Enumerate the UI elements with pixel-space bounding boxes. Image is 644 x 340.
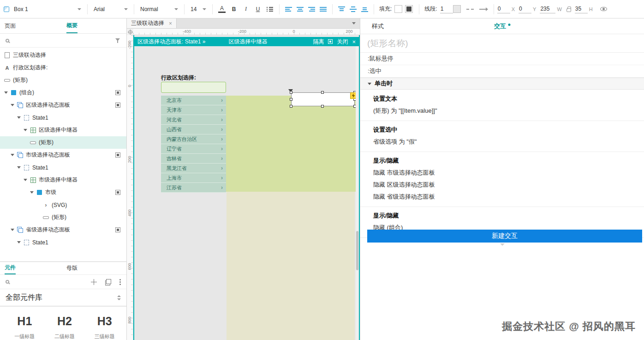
- tab-components[interactable]: 元件: [5, 262, 16, 274]
- align-left-icon[interactable]: [285, 6, 292, 12]
- collapse-caret-icon[interactable]: [368, 83, 371, 85]
- valign-bottom-icon[interactable]: [361, 6, 368, 12]
- widget-library-item[interactable]: H1 一级标题: [5, 315, 45, 340]
- library-search-icon[interactable]: [6, 280, 9, 284]
- province-list-item[interactable]: 上海市: [161, 173, 226, 183]
- isolation-title[interactable]: 区级选择动态面板: State1 »: [137, 38, 205, 46]
- province-list-item[interactable]: 北京市: [161, 96, 226, 105]
- close-tab-icon[interactable]: [169, 20, 172, 27]
- expand-arrow-icon[interactable]: [9, 104, 16, 106]
- document-tab[interactable]: 三级联动选择: [127, 18, 177, 28]
- tree-item[interactable]: (SVG): [0, 199, 126, 211]
- width-input[interactable]: [540, 5, 555, 13]
- tree-item[interactable]: 市级选择动态面板: [0, 149, 126, 161]
- valign-top-icon[interactable]: [338, 6, 345, 12]
- selection-handle[interactable]: [290, 91, 292, 94]
- y-position-input[interactable]: [519, 5, 531, 13]
- isolation-breadcrumb[interactable]: 区级选择中继器: [228, 38, 267, 46]
- tree-item[interactable]: 三级联动选择: [0, 49, 126, 61]
- province-list-item[interactable]: 山西省: [161, 125, 226, 134]
- bold-button[interactable]: B: [228, 6, 240, 12]
- region-label-widget[interactable]: 行政区划选择:: [161, 74, 196, 82]
- province-list-item[interactable]: 河北省: [161, 115, 226, 125]
- expand-arrow-icon[interactable]: [3, 91, 9, 94]
- expand-arrow-icon[interactable]: [9, 154, 16, 156]
- widget-style-dropdown[interactable]: Box 1: [11, 3, 84, 15]
- valign-middle-icon[interactable]: [350, 6, 357, 12]
- font-weight-dropdown[interactable]: Normal: [137, 3, 181, 15]
- selection-handle[interactable]: [321, 105, 324, 108]
- expand-arrow-icon[interactable]: [16, 116, 22, 119]
- tab-masters[interactable]: 母版: [66, 262, 78, 274]
- expand-arrow-icon[interactable]: [16, 241, 22, 243]
- close-isolation-button[interactable]: 关闭: [337, 38, 348, 46]
- tree-item[interactable]: State1: [0, 161, 126, 174]
- tree-item[interactable]: 行政区划选择:: [0, 61, 126, 74]
- new-interaction-button[interactable]: 新建交互: [367, 230, 642, 243]
- x-position-input[interactable]: [497, 5, 510, 13]
- toggle-visibility-icon[interactable]: [115, 103, 120, 108]
- tree-item[interactable]: (矩形): [0, 136, 126, 149]
- line-color-swatch[interactable]: [453, 5, 461, 13]
- font-size-dropdown[interactable]: 14: [188, 3, 209, 15]
- tab-pages[interactable]: 页面: [5, 18, 16, 33]
- add-library-icon[interactable]: [91, 279, 97, 285]
- spinner-chevrons-icon[interactable]: [117, 295, 121, 300]
- isolate-button[interactable]: 隔离: [313, 38, 324, 46]
- visibility-eye-icon[interactable]: [600, 7, 607, 11]
- province-list-item[interactable]: 黑龙江省: [161, 164, 226, 173]
- province-list-item[interactable]: 辽宁省: [161, 144, 226, 154]
- font-color-button[interactable]: A: [218, 5, 226, 13]
- toggle-visibility-icon[interactable]: [115, 190, 120, 195]
- lock-ratio-icon[interactable]: [566, 8, 571, 12]
- expand-arrow-icon[interactable]: [16, 166, 22, 169]
- close-isolation-x-icon[interactable]: [352, 38, 356, 45]
- tree-item[interactable]: 市级: [0, 186, 126, 199]
- tree-item[interactable]: (矩形): [0, 211, 126, 224]
- expand-arrow-icon[interactable]: [22, 129, 29, 131]
- province-list-item[interactable]: 吉林省: [161, 154, 226, 164]
- underline-button[interactable]: U: [252, 6, 264, 12]
- selection-handle[interactable]: [321, 91, 324, 94]
- tab-list-caret-icon[interactable]: [352, 22, 356, 24]
- tree-item[interactable]: (组合): [0, 86, 126, 99]
- more-options-icon[interactable]: [119, 279, 121, 280]
- tree-item[interactable]: 省级选择动态面板: [0, 224, 126, 236]
- province-list-item[interactable]: 内蒙古自治区: [161, 134, 226, 144]
- italic-button[interactable]: I: [240, 6, 252, 12]
- interaction-state-row[interactable]: :选中: [360, 65, 644, 78]
- selection-handle[interactable]: [290, 98, 292, 101]
- expand-arrow-icon[interactable]: [29, 191, 35, 194]
- action-row[interactable]: 设置选中: [360, 124, 644, 136]
- province-panel-widget[interactable]: [227, 192, 355, 340]
- widget-library-item[interactable]: H3 三级标题: [84, 315, 125, 340]
- toggle-visibility-icon[interactable]: [115, 90, 120, 95]
- tree-item[interactable]: State1: [0, 236, 126, 249]
- font-family-dropdown[interactable]: Arial: [91, 3, 131, 15]
- province-list-item[interactable]: 天津市: [161, 105, 226, 115]
- expand-arrow-icon[interactable]: [9, 229, 16, 231]
- widget-name-input[interactable]: [367, 38, 616, 49]
- action-row[interactable]: 隐藏 省级选择动态面板: [360, 191, 644, 207]
- bullet-list-icon[interactable]: [267, 6, 273, 12]
- action-row[interactable]: 隐藏 市级选择动态面板: [360, 167, 644, 179]
- stage-body[interactable]: 行政区划选择: 北京市 天津市 河北省 山西省: [134, 46, 359, 340]
- region-input-widget[interactable]: [161, 82, 226, 93]
- tree-item[interactable]: (矩形): [0, 74, 126, 86]
- align-justify-icon[interactable]: [320, 6, 327, 12]
- line-weight-input[interactable]: [440, 5, 453, 13]
- library-selector[interactable]: 全部元件库: [0, 289, 126, 306]
- action-row[interactable]: 隐藏 区级选择动态面板: [360, 179, 644, 191]
- filter-icon[interactable]: [115, 38, 121, 43]
- fill-shadow-swatch[interactable]: [405, 5, 413, 13]
- widget-library-item[interactable]: H2 二级标题: [45, 315, 85, 340]
- canvas-scrollbar[interactable]: [356, 46, 359, 340]
- isolate-frame-icon[interactable]: [328, 39, 333, 44]
- tab-outline[interactable]: 概要: [66, 18, 78, 33]
- tree-item[interactable]: 区级选择中继器: [0, 124, 126, 136]
- tree-item[interactable]: 市级选择中继器: [0, 174, 126, 186]
- widget-style-icon[interactable]: [4, 6, 9, 12]
- expand-arrow-icon[interactable]: [22, 179, 29, 181]
- align-center-icon[interactable]: [297, 6, 304, 12]
- tab-interaction[interactable]: 交互: [494, 22, 510, 30]
